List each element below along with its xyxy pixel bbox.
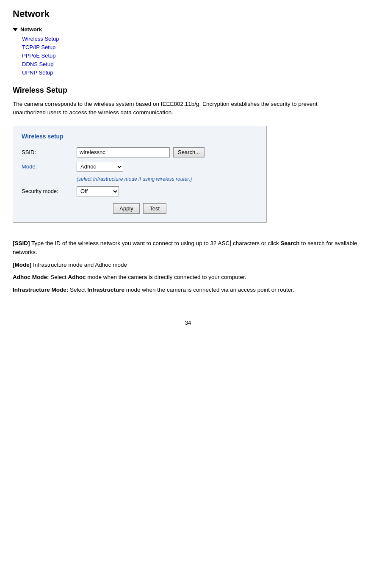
security-label: Security mode:: [22, 188, 77, 194]
nav-item-upnp[interactable]: UPNP Setup: [22, 69, 363, 76]
adhoc-info: Adhoc Mode: Select Adhoc mode when the c…: [13, 273, 360, 282]
nav-link-tcpip[interactable]: TCP/IP Setup: [22, 44, 55, 50]
ssid-label: SSID:: [22, 149, 77, 155]
ssid-input[interactable]: [77, 147, 170, 157]
search-button[interactable]: Search...: [173, 147, 205, 157]
ssid-info: [SSID] Type the ID of the wireless netwo…: [13, 239, 360, 257]
mode-info: [Mode] Infrastructure mode and Adhoc mod…: [13, 260, 360, 270]
ssid-search-bold: Search: [281, 240, 300, 246]
mode-hint: (select Infrastructure mode if using wir…: [77, 176, 258, 182]
nav-item-ddns[interactable]: DDNS Setup: [22, 61, 363, 67]
nav-link-upnp[interactable]: UPNP Setup: [22, 69, 53, 76]
test-button[interactable]: Test: [143, 203, 166, 214]
triangle-icon: [13, 28, 18, 31]
adhoc-text: Select: [49, 274, 68, 280]
nav-link-ddns[interactable]: DDNS Setup: [22, 61, 53, 67]
infra-info: Infrastructure Mode: Select Infrastructu…: [13, 285, 360, 295]
page-title: Network: [13, 8, 363, 19]
infra-bold: Infrastructure: [87, 287, 124, 293]
apply-button[interactable]: Apply: [113, 203, 140, 214]
nav-item-pppoe[interactable]: PPPoE Setup: [22, 52, 363, 59]
mode-row: Mode: Adhoc Infrastructure: [22, 162, 258, 172]
ssid-row: SSID: Search...: [22, 147, 258, 157]
nav-item-wireless[interactable]: Wireless Setup: [22, 35, 363, 42]
nav-item-tcpip[interactable]: TCP/IP Setup: [22, 44, 363, 50]
mode-label: Mode:: [22, 163, 77, 170]
mode-info-title: [Mode]: [13, 262, 31, 268]
ssid-info-title: [SSID]: [13, 240, 30, 246]
adhoc-bold: Adhoc: [68, 274, 86, 280]
nav-link-pppoe[interactable]: PPPoE Setup: [22, 52, 56, 59]
ssid-info-text: Type the ID of the wireless network you …: [30, 240, 281, 246]
info-section: [SSID] Type the ID of the wireless netwo…: [13, 239, 360, 295]
infra-text2: mode when the camera is connected via an…: [124, 287, 294, 293]
box-title: Wireless setup: [22, 133, 258, 140]
adhoc-text2: mode when the camera is directly connect…: [86, 274, 246, 280]
infra-label: Infrastructure Mode:: [13, 287, 68, 293]
button-row: Apply Test: [22, 203, 258, 214]
wireless-setup-box: Wireless setup SSID: Search... Mode: Adh…: [13, 126, 267, 223]
section-description: The camera corresponds to the wireless s…: [13, 100, 335, 117]
nav-section: Network Wireless Setup TCP/IP Setup PPPo…: [13, 26, 363, 76]
infra-text: Select: [68, 287, 87, 293]
mode-info-text: Infrastructure mode and Adhoc mode: [31, 262, 127, 268]
security-row: Security mode: Off WEP WPA WPA2: [22, 186, 258, 196]
nav-header-label: Network: [20, 26, 42, 33]
security-select[interactable]: Off WEP WPA WPA2: [77, 186, 119, 196]
page-number: 34: [13, 320, 363, 326]
nav-links: Wireless Setup TCP/IP Setup PPPoE Setup …: [13, 35, 363, 76]
mode-select[interactable]: Adhoc Infrastructure: [77, 162, 123, 172]
adhoc-label: Adhoc Mode:: [13, 274, 49, 280]
nav-link-wireless[interactable]: Wireless Setup: [22, 36, 59, 42]
nav-network-header: Network: [13, 26, 363, 33]
section-title: Wireless Setup: [13, 86, 363, 95]
